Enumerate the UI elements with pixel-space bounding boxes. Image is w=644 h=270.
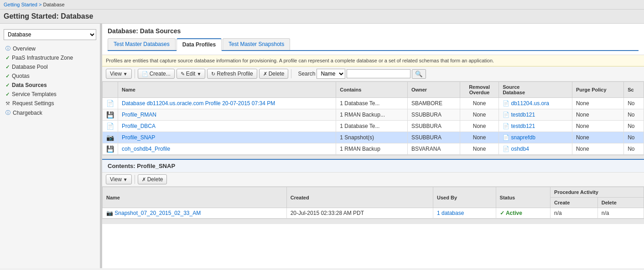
search-input[interactable] <box>347 69 410 78</box>
row-source-db[interactable]: 📄 testdb121 <box>499 109 572 121</box>
row-icon: 💾 <box>106 145 114 153</box>
contents-toolbar: View ▼ ✗ Delete <box>102 173 644 187</box>
view-button[interactable]: View ▼ <box>106 69 132 79</box>
sidebar-item-chargeback[interactable]: ⓘ Chargeback <box>0 108 100 117</box>
content-title: Database: Data Sources <box>108 27 639 35</box>
table-row[interactable]: 📄 Database db11204.us.oracle.com Profile… <box>103 98 644 109</box>
row-removal-overdue: None <box>460 98 499 109</box>
edit-icon: ✎ <box>181 71 185 77</box>
source-db-link[interactable]: 📄 snaprefdb <box>503 134 535 141</box>
row-name[interactable]: coh_oshdb4_Profile <box>118 143 336 155</box>
check-icon: ✓ <box>5 55 10 61</box>
create-button[interactable]: 📄 Create... <box>138 69 175 79</box>
table-row[interactable]: 📷 Snapshot_07_20_2015_02_33_AM 20-Jul-20… <box>103 208 644 219</box>
sidebar-item-label: PaaS Infrastructure Zone <box>12 55 73 61</box>
horizontal-scrollbar[interactable] <box>102 155 644 159</box>
row-owner: SSUBBURA <box>407 121 460 132</box>
row-icon: 📷 <box>106 134 114 141</box>
search-field-select[interactable]: Name <box>317 69 345 79</box>
tab-data-profiles[interactable]: Data Profiles <box>177 38 222 51</box>
check-icon: ✓ <box>5 73 10 79</box>
create-label: Create... <box>150 71 171 77</box>
row-contains: 1 Database Te... <box>336 121 408 132</box>
row-removal-overdue: None <box>460 143 499 155</box>
row-removal-overdue: None <box>460 121 499 132</box>
row-name[interactable]: Profile_SNAP <box>118 132 336 143</box>
contents-col-name: Name <box>103 187 287 208</box>
col-indicator <box>103 82 118 98</box>
delete-button[interactable]: ✗ Delete <box>259 69 289 79</box>
profile-name-link[interactable]: Database db11204.us.oracle.com Profile 2… <box>122 100 275 107</box>
row-source-db[interactable]: 📄 oshdb4 <box>499 143 572 155</box>
source-db-link[interactable]: 📄 testdb121 <box>503 112 535 118</box>
row-sc: No <box>624 98 644 109</box>
sidebar-item-label: Data Sources <box>12 82 47 88</box>
sidebar-item-service-templates[interactable]: ✓ Service Templates <box>0 90 100 99</box>
row-name[interactable]: Database db11204.us.oracle.com Profile 2… <box>118 98 336 109</box>
contents-toolbar-sep <box>135 175 135 184</box>
contents-horizontal-scrollbar[interactable] <box>102 219 644 224</box>
source-db-link[interactable]: 📄 oshdb4 <box>503 146 529 152</box>
contents-col-status: Status <box>496 187 551 208</box>
table-row[interactable]: 💾 coh_oshdb4_Profile 1 RMAN Backup BSVAR… <box>103 143 644 155</box>
row-owner: SBAMBORE <box>407 98 460 109</box>
col-removal-overdue: RemovalOverdue <box>460 82 499 98</box>
sidebar: Database ⓘ Overview ✓ PaaS Infrastructur… <box>0 24 100 268</box>
page-title: Getting Started: Database <box>0 10 644 24</box>
col-name: Name <box>118 82 336 98</box>
table-row[interactable]: 📷 Profile_SNAP 1 Snapshot(s) SSUBBURA No… <box>103 132 644 143</box>
contents-row-status: ✓ Active <box>496 208 551 219</box>
sidebar-item-quotas[interactable]: ✓ Quotas <box>0 71 100 81</box>
tab-test-master-snap[interactable]: Test Master Snapshots <box>223 38 290 50</box>
profile-name-link[interactable]: Profile_RMAN <box>122 112 156 118</box>
contents-col-delete: Delete <box>597 198 644 208</box>
contents-row-name[interactable]: 📷 Snapshot_07_20_2015_02_33_AM <box>103 208 287 219</box>
sidebar-item-paas-zone[interactable]: ✓ PaaS Infrastructure Zone <box>0 53 100 62</box>
breadcrumb-parent[interactable]: Getting Started <box>4 2 37 7</box>
row-source-db[interactable]: 📄 testdb121 <box>499 121 572 132</box>
content-header: Database: Data Sources Test Master Datab… <box>102 24 644 55</box>
wrench-icon: ⚒ <box>5 101 10 107</box>
profile-name-link[interactable]: coh_oshdb4_Profile <box>122 146 170 152</box>
table-row[interactable]: 📄 Profile_DBCA 1 Database Te... SSUBBURA… <box>103 121 644 132</box>
col-purge-policy: Purge Policy <box>572 82 623 98</box>
row-indicator: 📷 <box>103 132 118 143</box>
edit-button[interactable]: ✎ Edit ▼ <box>177 69 206 79</box>
contents-col-procedure-activity: Procedure Activity <box>551 187 644 198</box>
contents-delete-button[interactable]: ✗ Delete <box>138 174 167 184</box>
sidebar-item-label: Request Settings <box>12 100 54 107</box>
info-text: Profiles are entities that capture sourc… <box>102 55 644 66</box>
row-sc: No <box>624 121 644 132</box>
contents-section: Contents: Profile_SNAP View ▼ ✗ Delete N… <box>102 159 644 224</box>
contents-delete-label: Delete <box>147 176 163 183</box>
profile-name-link[interactable]: Profile_DBCA <box>122 123 156 129</box>
profile-name-link[interactable]: Profile_SNAP <box>122 134 155 141</box>
contents-row-used-by[interactable]: 1 database <box>433 208 496 219</box>
row-name[interactable]: Profile_RMAN <box>118 109 336 121</box>
contents-title: Contents: Profile_SNAP <box>102 160 644 173</box>
row-source-db[interactable]: 📄 db11204.us.ora <box>499 98 572 109</box>
sidebar-item-request-settings[interactable]: ⚒ Request Settings <box>0 99 100 108</box>
edit-label: Edit <box>186 71 196 77</box>
source-db-link[interactable]: 📄 db11204.us.ora <box>503 100 549 107</box>
delete-icon: ✗ <box>263 71 267 77</box>
info-icon: ⓘ <box>5 45 10 52</box>
row-name[interactable]: Profile_DBCA <box>118 121 336 132</box>
sidebar-select[interactable]: Database <box>4 29 96 40</box>
refresh-button[interactable]: ↻ Refresh Profile <box>207 69 257 79</box>
search-group: Search Name 🔍 <box>298 69 426 79</box>
toolbar-separator <box>135 69 135 78</box>
used-by-link[interactable]: 1 database <box>437 210 464 216</box>
sidebar-item-overview[interactable]: ⓘ Overview <box>0 44 100 53</box>
search-button[interactable]: 🔍 <box>412 69 426 79</box>
sidebar-item-label: Chargeback <box>13 110 42 116</box>
sidebar-item-database-pool[interactable]: ✓ Database Pool <box>0 62 100 71</box>
snapshot-name-link[interactable]: Snapshot_07_20_2015_02_33_AM <box>114 210 201 216</box>
check-icon: ✓ <box>5 64 10 70</box>
contents-view-button[interactable]: View ▼ <box>106 174 132 184</box>
source-db-link[interactable]: 📄 testdb121 <box>503 123 535 129</box>
row-source-db[interactable]: 📄 snaprefdb <box>499 132 572 143</box>
sidebar-item-data-sources[interactable]: ✓ Data Sources <box>0 81 100 90</box>
table-row[interactable]: 💾 Profile_RMAN 1 RMAN Backup... SSUBBURA… <box>103 109 644 121</box>
tab-test-master-db[interactable]: Test Master Databases <box>108 38 176 50</box>
